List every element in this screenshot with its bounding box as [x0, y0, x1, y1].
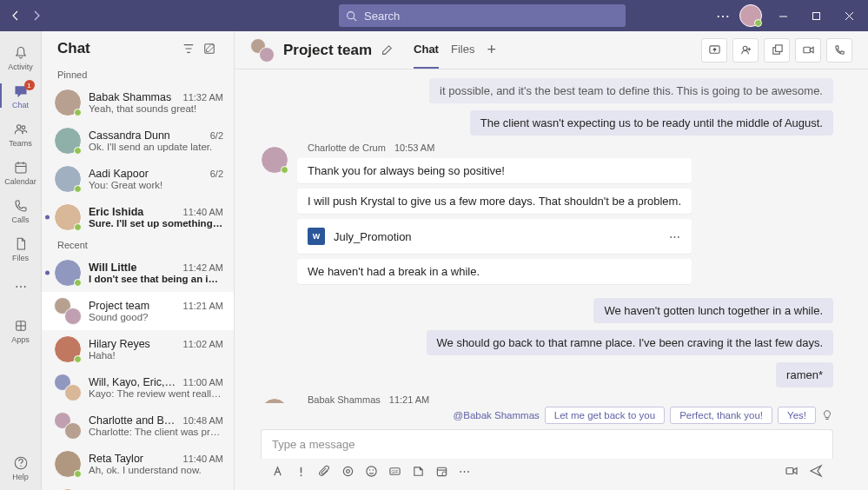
video-call-icon[interactable] — [795, 38, 821, 63]
rail-activity[interactable]: Activity — [0, 40, 42, 75]
message-outgoing: We haven't gotten lunch together in a wh… — [593, 298, 833, 323]
unread-indicator — [45, 271, 50, 275]
rail-help[interactable]: Help — [0, 450, 42, 485]
search-box[interactable] — [339, 4, 626, 27]
tab-files[interactable]: Files — [451, 31, 474, 69]
more-compose-icon[interactable]: ⋯ — [459, 465, 470, 478]
chat-time: 11:02 AM — [183, 339, 223, 349]
lightbulb-icon[interactable] — [821, 409, 833, 421]
screenshare-icon[interactable] — [701, 38, 727, 63]
search-input[interactable] — [364, 10, 619, 23]
chat-preview: Sure. I'll set up something for next wee… — [89, 218, 223, 228]
new-chat-button[interactable] — [199, 38, 220, 59]
window-maximize[interactable] — [804, 3, 828, 28]
suggest-reply[interactable]: Perfect, thank you! — [670, 407, 772, 424]
window-minimize[interactable] — [771, 3, 795, 28]
chat-row[interactable]: Joshua VanBuren10:29 AMThanks for review… — [42, 483, 234, 490]
titlebar: ⋯ — [0, 0, 868, 31]
phone-icon — [12, 197, 30, 215]
add-people-icon[interactable] — [732, 38, 759, 63]
edit-title-icon[interactable] — [381, 44, 393, 56]
chat-name: Charlotte and Babak — [89, 414, 178, 427]
chat-row[interactable]: Eric Ishida11:40 AMSure. I'll set up som… — [42, 198, 234, 236]
rail-label: Files — [12, 254, 29, 262]
chat-name: Project team — [89, 300, 178, 312]
chat-preview: Charlotte: The client was pretty happy w… — [89, 427, 223, 437]
avatar — [54, 374, 82, 401]
message-incoming: I will push Krystal to give us a few mor… — [297, 189, 692, 214]
chat-row[interactable]: Will Little11:42 AMI don't see that bein… — [42, 254, 234, 292]
attachment-more-icon[interactable]: ⋯ — [669, 230, 681, 243]
rail-calendar[interactable]: Calendar — [0, 155, 42, 189]
schedule-icon[interactable] — [435, 465, 448, 478]
attach-icon[interactable] — [318, 465, 331, 478]
rail-label: Teams — [9, 139, 32, 148]
loop-icon[interactable] — [341, 465, 354, 478]
chat-preview: I don't see that being an issue. Can you… — [89, 274, 223, 284]
chat-row[interactable]: Reta Taylor11:40 AMAh, ok. I understand … — [42, 445, 234, 483]
nav-forward[interactable] — [26, 5, 47, 26]
settings-more-icon[interactable]: ⋯ — [716, 8, 731, 24]
message-list[interactable]: it possible, and it's the best team to d… — [235, 70, 868, 403]
rail-calls[interactable]: Calls — [0, 193, 42, 228]
avatar — [54, 89, 82, 116]
chat-row[interactable]: Project team11:21 AMSound good? — [42, 292, 234, 330]
chat-time: 11:42 AM — [183, 262, 223, 273]
camera-icon[interactable] — [785, 464, 798, 478]
rail-label: Apps — [11, 335, 30, 344]
chat-row[interactable]: Will, Kayo, Eric, +511:00 AMKayo: The re… — [42, 368, 234, 407]
rail-chat[interactable]: 1 Chat — [0, 78, 42, 113]
compose-area: Type a message GIF ⋯ — [261, 429, 833, 483]
audio-call-icon[interactable] — [826, 38, 852, 63]
chat-row[interactable]: Cassandra Dunn6/2Ok. I'll send an update… — [42, 122, 234, 160]
calendar-icon — [12, 159, 30, 176]
window-close[interactable] — [837, 3, 861, 28]
tab-chat[interactable]: Chat — [414, 31, 439, 69]
priority-icon[interactable] — [295, 465, 308, 478]
popout-icon[interactable] — [764, 38, 790, 63]
suggest-reply[interactable]: Yes! — [778, 407, 816, 424]
compose-input[interactable]: Type a message — [261, 429, 833, 459]
svg-point-23 — [343, 467, 352, 475]
file-icon — [12, 235, 30, 253]
rail-files[interactable]: Files — [0, 231, 42, 266]
svg-text:GIF: GIF — [392, 469, 399, 473]
chat-row[interactable]: Charlotte and Babak10:48 AMCharlotte: Th… — [42, 407, 234, 445]
chat-row[interactable]: Aadi Kapoor6/2You: Great work! — [42, 160, 234, 198]
chat-name: Reta Taylor — [89, 453, 178, 465]
suggest-reply[interactable]: Let me get back to you — [545, 407, 665, 424]
section-pinned: Pinned — [42, 66, 234, 83]
apps-icon — [12, 317, 30, 334]
chat-name: Will Little — [89, 262, 178, 274]
gif-icon[interactable]: GIF — [388, 465, 401, 478]
chat-name: Hilary Reyes — [89, 338, 178, 350]
format-icon[interactable] — [271, 465, 284, 478]
chatlist-title: Chat — [57, 40, 178, 57]
profile-avatar[interactable] — [739, 4, 762, 27]
sticker-icon[interactable] — [412, 465, 425, 478]
chat-name: Babak Shammas — [89, 91, 178, 103]
rail-more[interactable]: ⋯ — [0, 269, 42, 304]
people-icon — [12, 121, 30, 138]
chat-badge: 1 — [24, 80, 35, 90]
emoji-icon[interactable] — [365, 465, 378, 478]
svg-rect-3 — [812, 12, 819, 19]
message-attachment[interactable]: W July_Promotion ⋯ — [297, 219, 692, 254]
chat-row[interactable]: Babak Shammas11:32 AMYeah, that sounds g… — [42, 83, 234, 122]
chat-preview: Ok. I'll send an update later. — [89, 142, 223, 152]
chat-row[interactable]: Hilary Reyes11:02 AMHaha! — [42, 330, 234, 368]
filter-button[interactable] — [178, 38, 199, 59]
send-icon[interactable] — [809, 464, 823, 478]
svg-point-32 — [442, 471, 447, 475]
nav-back[interactable] — [5, 5, 26, 26]
add-tab-button[interactable]: + — [487, 41, 496, 59]
rail-label: Chat — [12, 101, 29, 109]
chat-time: 11:00 AM — [183, 377, 223, 387]
rail-apps[interactable]: Apps — [0, 313, 42, 348]
search-icon — [346, 10, 357, 22]
chat-preview: Yeah, that sounds great! — [89, 103, 223, 114]
message-group: Charlotte de Crum10:53 AM Thank you for … — [261, 142, 692, 284]
rail-teams[interactable]: Teams — [0, 116, 42, 151]
chat-list: Chat Pinned Babak Shammas11:32 AMYeah, t… — [42, 31, 235, 490]
svg-rect-6 — [16, 162, 26, 172]
